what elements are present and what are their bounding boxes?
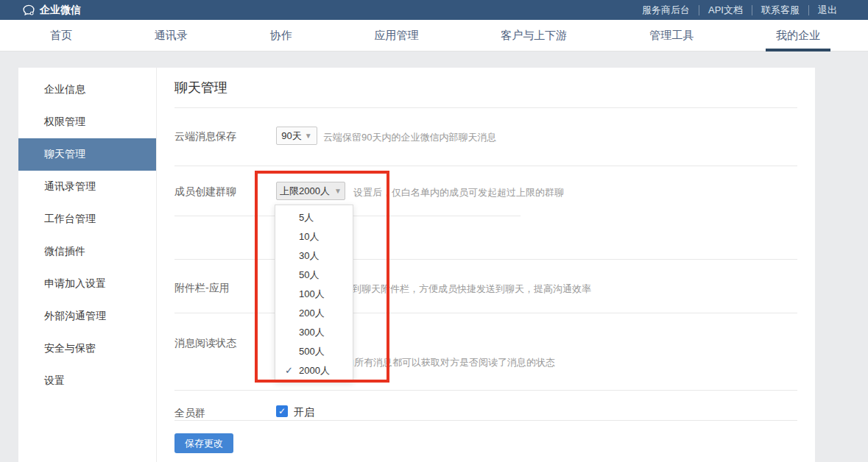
- main-panel: 企业信息权限管理聊天管理通讯录管理工作台管理微信插件申请加入设置外部沟通管理安全…: [18, 68, 815, 462]
- dropdown-option-label: 300人: [299, 327, 325, 338]
- all-staff-checkbox[interactable]: ✓: [276, 405, 288, 417]
- dropdown-option-label: 50人: [299, 269, 319, 280]
- group-limit-select[interactable]: 上限2000人 ▼: [276, 182, 345, 200]
- check-icon: ✓: [285, 361, 293, 380]
- chat-management-content: 聊天管理 云端消息保存 90天 ▼ 云端保留90天内的企业微信内部聊天消息 成员…: [157, 68, 815, 462]
- app-title: 企业微信: [40, 4, 81, 17]
- sidebar-item[interactable]: 微信插件: [18, 235, 156, 268]
- dropdown-option-label: 5人: [299, 212, 314, 223]
- wechat-work-logo-icon: [22, 4, 35, 17]
- cloud-save-select-value: 90天: [281, 129, 301, 143]
- chevron-down-icon: ▼: [305, 132, 312, 140]
- topbar-link[interactable]: 服务商后台: [633, 5, 699, 15]
- dropdown-option[interactable]: ✓ 300人: [275, 323, 353, 342]
- dropdown-option[interactable]: ✓ 50人: [275, 266, 353, 285]
- nav-tab[interactable]: 应用管理: [367, 20, 426, 51]
- dropdown-option[interactable]: ✓ 100人: [275, 285, 353, 304]
- nav-tab[interactable]: 协作: [263, 20, 300, 51]
- dropdown-option[interactable]: ✓ 2000人: [275, 361, 353, 380]
- sidebar-item[interactable]: 企业信息: [18, 74, 156, 106]
- dropdown-option[interactable]: ✓ 200人: [275, 304, 353, 323]
- all-staff-checkbox-label[interactable]: 开启: [294, 406, 314, 419]
- sidebar-item[interactable]: 安全与保密: [18, 333, 156, 365]
- nav-tab[interactable]: 管理工具: [642, 20, 701, 51]
- group-limit-label: 成员创建群聊: [174, 185, 236, 199]
- main-nav: 首页通讯录协作应用管理客户与上下游管理工具我的企业: [0, 20, 868, 51]
- nav-tab[interactable]: 客户与上下游: [493, 20, 574, 51]
- divider: [174, 107, 797, 108]
- all-staff-group-label: 全员群: [174, 407, 205, 420]
- divider: [174, 259, 797, 260]
- dropdown-option-label: 200人: [299, 308, 325, 319]
- topbar-link[interactable]: 退出: [808, 5, 846, 15]
- sidebar-item[interactable]: 通讯录管理: [18, 171, 156, 203]
- save-button[interactable]: 保存更改: [174, 433, 233, 453]
- dropdown-option[interactable]: ✓ 30人: [275, 246, 353, 266]
- divider: [174, 390, 797, 391]
- sidebar-item[interactable]: 申请加入设置: [18, 268, 156, 300]
- group-limit-select-value: 上限2000人: [280, 185, 330, 198]
- group-limit-desc: 设置后，仅白名单内的成员可发起超过上限的群聊: [353, 186, 564, 199]
- settings-sidebar: 企业信息权限管理聊天管理通讯录管理工作台管理微信插件申请加入设置外部沟通管理安全…: [18, 68, 157, 462]
- check-icon: ✓: [278, 406, 286, 416]
- dropdown-option-label: 30人: [299, 250, 319, 261]
- divider: [174, 166, 797, 166]
- read-status-label: 消息阅读状态: [174, 337, 236, 350]
- cloud-save-desc: 云端保留90天内的企业微信内部聊天消息: [323, 131, 496, 144]
- sidebar-item[interactable]: 聊天管理: [18, 138, 156, 171]
- sidebar-item[interactable]: 工作台管理: [18, 203, 156, 235]
- dropdown-option[interactable]: ✓ 10人: [275, 227, 353, 246]
- dropdown-option[interactable]: ✓ 5人: [275, 208, 353, 227]
- cloud-save-label: 云端消息保存: [174, 130, 236, 143]
- chevron-down-icon: ▼: [334, 187, 342, 195]
- attachment-bar-desc: 置到聊天附件栏，方便成员快捷发送到聊天，提高沟通效率: [342, 282, 591, 296]
- nav-tab[interactable]: 首页: [43, 20, 80, 51]
- nav-tab[interactable]: 通讯录: [147, 20, 195, 51]
- divider: [174, 313, 797, 313]
- nav-tab[interactable]: 我的企业: [769, 20, 828, 51]
- divider: [174, 420, 797, 421]
- sidebar-item[interactable]: 设置: [18, 365, 156, 397]
- dropdown-option-label: 2000人: [299, 365, 330, 376]
- topbar-link[interactable]: 联系客服: [752, 5, 808, 15]
- attachment-bar-label: 附件栏-应用: [174, 282, 230, 295]
- page-title: 聊天管理: [174, 79, 227, 96]
- dropdown-option-label: 10人: [299, 231, 319, 242]
- topbar-link[interactable]: API文档: [699, 5, 752, 15]
- read-status-desc: 的所有消息都可以获取对方是否阅读了消息的状态: [345, 356, 555, 369]
- sidebar-item[interactable]: 权限管理: [18, 106, 156, 138]
- group-limit-dropdown: ✓ 5人 ✓ 10人 ✓ 30人 ✓ 50人 ✓ 100人 ✓ 200人: [275, 205, 353, 382]
- dropdown-option-label: 100人: [299, 288, 325, 299]
- sidebar-item[interactable]: 外部沟通管理: [18, 300, 156, 333]
- app-brand: 企业微信: [22, 4, 81, 17]
- dropdown-option[interactable]: ✓ 500人: [275, 342, 353, 361]
- topbar-links: 服务商后台API文档联系客服退出: [633, 5, 846, 15]
- cloud-save-select[interactable]: 90天 ▼: [276, 127, 317, 145]
- topbar: 企业微信 服务商后台API文档联系客服退出: [0, 0, 868, 20]
- dropdown-option-label: 500人: [299, 346, 325, 357]
